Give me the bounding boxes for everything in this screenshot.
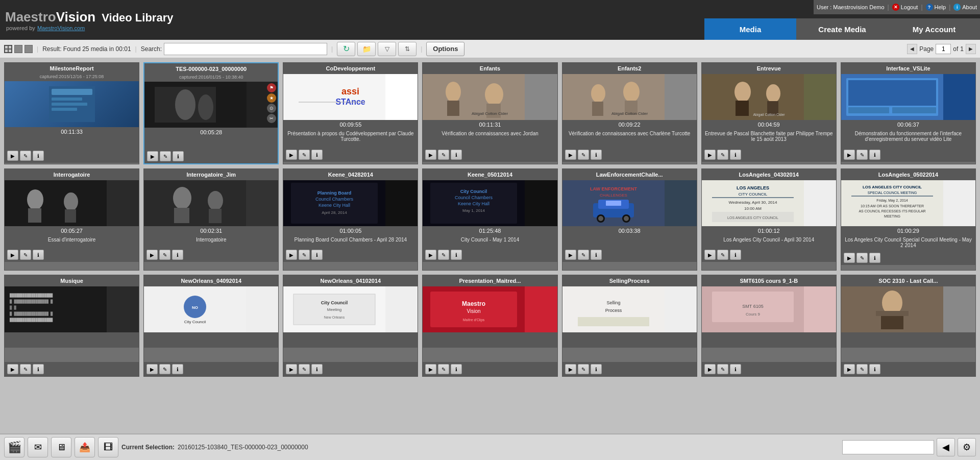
- play-btn-soc2310[interactable]: ▶: [844, 364, 855, 374]
- edit-btn-sellingprocess[interactable]: ✎: [578, 364, 589, 374]
- info-btn-lawenforcement[interactable]: ℹ: [591, 250, 602, 260]
- play-btn-codev[interactable]: ▶: [286, 150, 297, 160]
- tab-create-media[interactable]: Create Media: [796, 18, 888, 40]
- play-btn-enfants2[interactable]: ▶: [565, 150, 576, 160]
- media-card-tes[interactable]: TES-000000-023_00000000 captured:2016/01…: [143, 62, 279, 164]
- play-btn-neworleans1[interactable]: ▶: [146, 364, 158, 374]
- edit-btn-losangeles2[interactable]: ✎: [856, 253, 868, 263]
- info-btn-interrogatoire-jim[interactable]: ℹ: [172, 250, 183, 260]
- footer-clip-button[interactable]: 🎞: [98, 437, 118, 457]
- info-btn-interface-vslite[interactable]: ℹ: [869, 150, 880, 160]
- footer-search-input[interactable]: [842, 440, 934, 454]
- media-card-neworleans2[interactable]: NewOrleans_04102014 City Council Meeting…: [283, 275, 418, 377]
- media-card-codev[interactable]: CoDeveloppement assi STAnce 00:09:55 Pré…: [283, 62, 418, 164]
- overlay-icon-orange[interactable]: ★: [267, 93, 276, 103]
- overlay-icon-red[interactable]: ⚑: [267, 83, 276, 92]
- info-btn-soc2310[interactable]: ℹ: [869, 364, 880, 374]
- play-btn-tes[interactable]: ▶: [147, 151, 158, 161]
- edit-btn-interface-vslite[interactable]: ✎: [856, 150, 868, 160]
- info-btn-losangeles1[interactable]: ℹ: [730, 250, 741, 260]
- edit-btn-neworleans1[interactable]: ✎: [159, 364, 170, 374]
- play-btn-interface-vslite[interactable]: ▶: [844, 150, 855, 160]
- edit-btn-enfants2[interactable]: ✎: [578, 150, 589, 160]
- media-card-musique[interactable]: Musique ████████████████████ █ █████████…: [4, 275, 139, 377]
- media-card-enfants[interactable]: Enfants Abigail Cotton Cider 00:11:31 Vé…: [422, 62, 557, 164]
- play-btn-neworleans2[interactable]: ▶: [286, 364, 297, 374]
- edit-btn-soc2310[interactable]: ✎: [856, 364, 868, 374]
- play-btn-entrevue[interactable]: ▶: [704, 150, 716, 160]
- info-btn-tes[interactable]: ℹ: [173, 151, 184, 161]
- edit-btn-interrogatoire-jim[interactable]: ✎: [159, 250, 170, 260]
- media-card-interrogatoire[interactable]: Interrogatoire 00:05:27 Essai d'interrog…: [4, 168, 139, 271]
- info-btn-interrogatoire[interactable]: ℹ: [33, 250, 44, 260]
- info-btn-entrevue[interactable]: ℹ: [730, 150, 741, 160]
- footer-play-button[interactable]: 🎬: [4, 437, 24, 457]
- search-input[interactable]: [164, 43, 327, 55]
- powered-by-link[interactable]: MaestroVision.com: [37, 25, 85, 31]
- footer-prev-btn[interactable]: ◀: [937, 438, 955, 456]
- refresh-button[interactable]: ↻: [337, 42, 355, 56]
- play-btn-presentation[interactable]: ▶: [425, 364, 436, 374]
- media-card-keene1[interactable]: Keene_04282014 Planning Board Council Ch…: [283, 168, 418, 271]
- info-btn-sellingprocess[interactable]: ℹ: [591, 364, 602, 374]
- media-card-sellingprocess[interactable]: SellingProcess Selling Process ▶ ✎ ℹ: [562, 275, 697, 377]
- play-btn-sellingprocess[interactable]: ▶: [565, 364, 576, 374]
- info-btn-enfants2[interactable]: ℹ: [591, 150, 602, 160]
- info-btn-milestone[interactable]: ℹ: [33, 151, 44, 161]
- media-card-lawenforcement[interactable]: LawEnforcementChalle... LAW ENFORCEMENT …: [562, 168, 697, 271]
- info-btn-smt6105[interactable]: ℹ: [730, 364, 741, 374]
- media-card-presentation-maitred[interactable]: Presentation_Maitred... Maestro Vision M…: [422, 275, 557, 377]
- footer-monitor-button[interactable]: 🖥: [51, 437, 71, 457]
- help-button[interactable]: ? Help: [926, 4, 946, 11]
- about-button[interactable]: i About: [953, 4, 977, 11]
- edit-btn-codev[interactable]: ✎: [299, 150, 310, 160]
- tab-media[interactable]: Media: [704, 18, 796, 40]
- footer-delete-button[interactable]: ✉: [28, 437, 48, 457]
- edit-btn-neworleans2[interactable]: ✎: [299, 364, 310, 374]
- page-next-btn[interactable]: ▶: [966, 44, 976, 54]
- tab-my-account[interactable]: My Account: [888, 18, 980, 40]
- play-btn-enfants[interactable]: ▶: [425, 150, 436, 160]
- play-btn-losangeles1[interactable]: ▶: [704, 250, 716, 260]
- info-btn-enfants[interactable]: ℹ: [451, 150, 462, 160]
- play-btn-lawenforcement[interactable]: ▶: [565, 250, 576, 260]
- view-grid-btn[interactable]: [4, 45, 12, 53]
- edit-btn-tes[interactable]: ✎: [160, 151, 171, 161]
- play-btn-interrogatoire-jim[interactable]: ▶: [146, 250, 158, 260]
- info-btn-presentation[interactable]: ℹ: [451, 364, 462, 374]
- play-btn-interrogatoire[interactable]: ▶: [7, 250, 18, 260]
- page-prev-btn[interactable]: ◀: [907, 44, 917, 54]
- media-card-milestone[interactable]: MilestoneReport captured:2015/12/16 - 17…: [4, 62, 139, 164]
- media-card-enfants2[interactable]: Enfants2 Abigail Cotton Cider 00:09:22 V…: [562, 62, 697, 164]
- filter-button[interactable]: ▽: [378, 42, 396, 56]
- media-card-keene2[interactable]: Keene_05012014 City Council Council Cham…: [422, 168, 557, 271]
- play-btn-musique[interactable]: ▶: [7, 364, 18, 374]
- footer-upload-button[interactable]: 📤: [75, 437, 95, 457]
- sort-button[interactable]: ⇅: [398, 42, 416, 56]
- options-button[interactable]: Options: [426, 42, 464, 56]
- media-card-entrevue[interactable]: Entrevue Abigail Cotton Cider 00:04:59 E…: [701, 62, 837, 164]
- edit-btn-lawenforcement[interactable]: ✎: [578, 250, 589, 260]
- edit-btn-smt6105[interactable]: ✎: [717, 364, 728, 374]
- media-card-losangeles2[interactable]: LosAngeles_05022014 LOS ANGELES CITY COU…: [841, 168, 976, 271]
- footer-next-btn[interactable]: ⚙: [958, 438, 976, 456]
- info-btn-neworleans1[interactable]: ℹ: [172, 364, 183, 374]
- overlay-icon-gray2[interactable]: ✂: [267, 114, 276, 123]
- media-card-interface-vslite[interactable]: Interface_VSLite 00:06:37 Démonstration …: [841, 62, 976, 164]
- edit-btn-keene1[interactable]: ✎: [299, 250, 310, 260]
- overlay-icon-gray[interactable]: ⊙: [267, 104, 276, 113]
- info-btn-keene2[interactable]: ℹ: [451, 250, 462, 260]
- media-card-losangeles1[interactable]: LosAngeles_04302014 LOS ANGELES CITY COU…: [701, 168, 837, 271]
- media-card-interrogatoire-jim[interactable]: Interrogatoire_Jim 00:02:31 Interrogatoi…: [143, 168, 279, 271]
- edit-btn-milestone[interactable]: ✎: [20, 151, 31, 161]
- edit-btn-musique[interactable]: ✎: [20, 364, 31, 374]
- info-btn-keene1[interactable]: ℹ: [311, 250, 323, 260]
- edit-btn-enfants[interactable]: ✎: [438, 150, 449, 160]
- play-btn-smt6105[interactable]: ▶: [704, 364, 716, 374]
- edit-btn-keene2[interactable]: ✎: [438, 250, 449, 260]
- media-card-smt6105[interactable]: SMT6105 cours 9_1-B SMT 6105 Cours 9 ▶ ✎…: [701, 275, 837, 377]
- view-detail-btn[interactable]: [24, 45, 33, 53]
- play-btn-milestone[interactable]: ▶: [7, 151, 18, 161]
- info-btn-musique[interactable]: ℹ: [33, 364, 44, 374]
- folder-button[interactable]: 📁: [357, 42, 376, 56]
